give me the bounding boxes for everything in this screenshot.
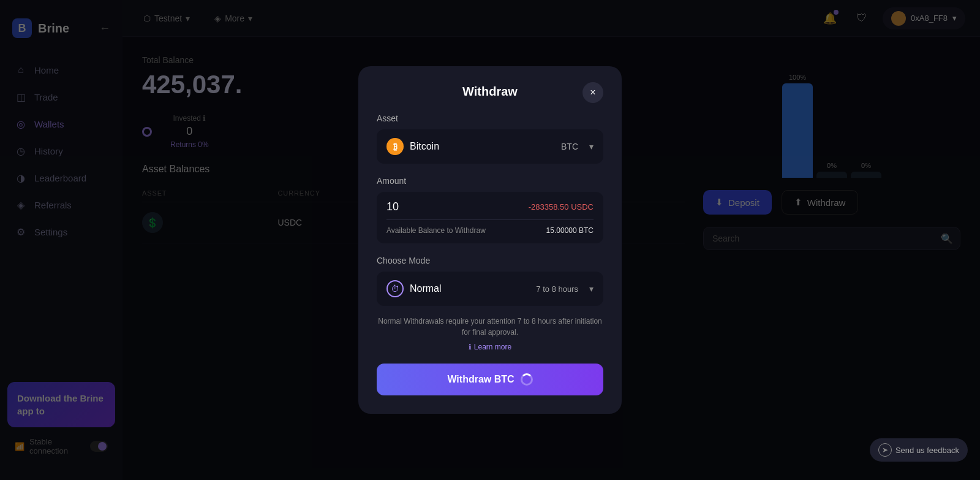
feedback-button[interactable]: ➤ Send us feedback bbox=[870, 438, 968, 462]
amount-usdc: -283358.50 USDC bbox=[529, 202, 594, 211]
modal-overlay[interactable]: Withdraw × Asset ₿ Bitcoin BTC ▾ Amount … bbox=[0, 0, 980, 480]
available-label: Available Balance to Withdraw bbox=[386, 226, 486, 235]
asset-dropdown[interactable]: ₿ Bitcoin BTC ▾ bbox=[377, 129, 603, 164]
learn-more-link[interactable]: ℹ Learn more bbox=[377, 343, 603, 351]
mode-dropdown[interactable]: ⏱ Normal 7 to 8 hours ▾ bbox=[377, 272, 603, 306]
withdraw-submit-button[interactable]: Withdraw BTC bbox=[377, 364, 603, 395]
mode-chevron-icon: ▾ bbox=[589, 284, 594, 294]
mode-icon: ⏱ bbox=[386, 280, 404, 297]
info-icon: ℹ bbox=[469, 343, 472, 351]
mode-description: Normal Withdrawals require your attentio… bbox=[377, 316, 603, 338]
close-button[interactable]: × bbox=[582, 82, 603, 103]
asset-section-label: Asset bbox=[377, 113, 603, 123]
amount-divider bbox=[386, 219, 594, 220]
asset-chevron-icon: ▾ bbox=[589, 142, 594, 151]
asset-ticker: BTC bbox=[561, 142, 578, 151]
loading-spinner bbox=[521, 373, 533, 386]
modal-header: Withdraw × bbox=[377, 85, 603, 99]
available-value: 15.00000 BTC bbox=[546, 226, 594, 235]
learn-more-label: Learn more bbox=[474, 343, 511, 351]
feedback-label: Send us feedback bbox=[895, 446, 959, 455]
mode-name: Normal bbox=[410, 283, 530, 294]
withdraw-submit-label: Withdraw BTC bbox=[447, 374, 514, 385]
btc-icon: ₿ bbox=[386, 138, 404, 155]
amount-section-label: Amount bbox=[377, 176, 603, 186]
choose-mode-label: Choose Mode bbox=[377, 256, 603, 265]
available-row: Available Balance to Withdraw 15.00000 B… bbox=[386, 226, 594, 235]
mode-hours: 7 to 8 hours bbox=[536, 284, 578, 294]
modal-title: Withdraw bbox=[462, 85, 518, 99]
amount-box: 10 -283358.50 USDC Available Balance to … bbox=[377, 192, 603, 243]
feedback-arrow-icon: ➤ bbox=[878, 443, 892, 457]
withdraw-modal: Withdraw × Asset ₿ Bitcoin BTC ▾ Amount … bbox=[358, 66, 622, 414]
asset-name: Bitcoin bbox=[410, 141, 555, 152]
amount-row: 10 -283358.50 USDC bbox=[386, 200, 594, 213]
amount-value: 10 bbox=[386, 200, 399, 213]
